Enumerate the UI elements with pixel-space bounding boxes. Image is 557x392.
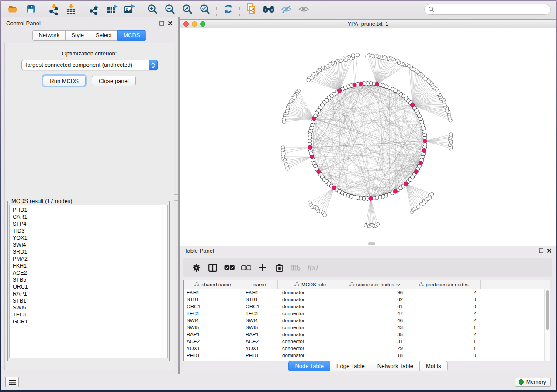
table-row[interactable]: FKH1FKH1dominator962 xyxy=(184,289,550,296)
task-history-button[interactable] xyxy=(5,377,19,387)
network-canvas[interactable] xyxy=(180,28,556,246)
result-node[interactable]: SRD1 xyxy=(13,248,167,255)
table-cell: STB1 xyxy=(242,296,278,303)
table-row[interactable]: YOX1YOX1connector291 xyxy=(184,345,550,352)
table-row[interactable]: TEC1TEC1connector472 xyxy=(184,310,550,317)
result-node[interactable]: STB1 xyxy=(13,297,167,304)
column-header-shared-name[interactable]: shared name xyxy=(184,280,242,289)
table-cell xyxy=(481,352,550,359)
result-node[interactable]: YOX1 xyxy=(13,234,167,241)
export-table-icon[interactable] xyxy=(105,3,118,16)
table-row[interactable]: ORC1ORC1dominator610 xyxy=(184,303,550,310)
table-header-row[interactable]: shared namenameMCDS rolesuccessor nodesp… xyxy=(184,280,550,289)
result-node[interactable]: STB5 xyxy=(13,276,167,283)
run-mcds-button[interactable]: Run MCDS xyxy=(43,76,86,86)
tab-mcds[interactable]: MCDS xyxy=(117,30,146,41)
select-all-rows-icon[interactable] xyxy=(223,261,236,274)
optimization-criterion-label: Optimization criterion: xyxy=(5,50,174,57)
delete-column-icon[interactable] xyxy=(273,261,286,274)
mcds-result-list[interactable]: PHD1CAR1STP4TID3YOX1SWI4SRD1PMA2FKH1ACE2… xyxy=(9,205,168,358)
result-node[interactable]: CAR1 xyxy=(13,213,167,220)
result-node[interactable]: SWI4 xyxy=(13,241,167,248)
result-node[interactable]: GCR1 xyxy=(13,318,167,325)
show-all-icon[interactable] xyxy=(297,3,310,16)
result-node[interactable]: TEC1 xyxy=(13,311,167,318)
open-file-icon[interactable] xyxy=(7,3,20,16)
result-node[interactable]: STP4 xyxy=(13,220,167,227)
table-row[interactable]: SWI4SWI4dominator462 xyxy=(184,317,550,324)
import-table-icon[interactable] xyxy=(65,3,78,16)
tab-network-table[interactable]: Network Table xyxy=(371,361,420,371)
control-panel: Control Panel NetworkStyleSelectMCDS Opt… xyxy=(1,17,178,374)
table-cell: 2 xyxy=(407,310,481,317)
export-image-icon[interactable] xyxy=(123,3,136,16)
search-box[interactable] xyxy=(424,4,551,15)
zoom-selected-icon[interactable] xyxy=(198,3,211,16)
zoom-in-icon[interactable] xyxy=(146,3,159,16)
tab-select[interactable]: Select xyxy=(90,30,118,41)
tab-style[interactable]: Style xyxy=(65,30,90,41)
table-cell: dominator xyxy=(278,331,343,338)
result-node[interactable]: SWI5 xyxy=(13,304,167,311)
column-header-predecessor-nodes[interactable]: predecessor nodes xyxy=(407,280,481,289)
float-panel-icon[interactable] xyxy=(539,248,543,253)
table-cell: 1 xyxy=(407,338,481,345)
copy-network-icon[interactable] xyxy=(245,3,258,16)
zoom-out-icon[interactable] xyxy=(163,3,176,16)
column-header-empty[interactable] xyxy=(481,280,550,289)
result-node[interactable]: FKH1 xyxy=(13,262,167,269)
close-panel-button[interactable]: Close panel xyxy=(92,76,136,86)
column-header-successor-nodes[interactable]: successor nodes xyxy=(343,280,407,289)
table-cell: ACE2 xyxy=(242,338,278,345)
result-node[interactable]: PHD1 xyxy=(13,206,167,213)
split-panel-icon[interactable] xyxy=(206,261,219,274)
toolbar-separator xyxy=(239,3,240,16)
network-hscroll-thumb[interactable] xyxy=(368,242,375,245)
column-header-MCDS-role[interactable]: MCDS role xyxy=(278,280,343,289)
refresh-icon[interactable] xyxy=(221,3,235,16)
tab-node-table[interactable]: Node Table xyxy=(288,361,330,371)
save-icon[interactable] xyxy=(24,3,37,16)
zoom-fit-icon[interactable] xyxy=(181,3,194,16)
export-network-icon[interactable] xyxy=(88,3,101,16)
network-titlebar[interactable]: YPA_prune.txt_1 xyxy=(180,20,556,28)
result-node[interactable]: TID3 xyxy=(13,227,167,234)
tab-network[interactable]: Network xyxy=(32,30,66,41)
node-table[interactable]: shared namenameMCDS rolesuccessor nodesp… xyxy=(183,280,550,361)
table-row[interactable]: SWI5SWI5connector431 xyxy=(184,324,550,331)
float-panel-icon[interactable] xyxy=(159,21,164,26)
add-column-icon[interactable] xyxy=(256,261,269,274)
column-header-name[interactable]: name xyxy=(242,280,278,289)
function-builder-icon[interactable]: f(x) xyxy=(308,263,318,272)
table-body[interactable]: FKH1FKH1dominator962STB1STB1dominator620… xyxy=(184,289,550,359)
hide-selected-icon[interactable] xyxy=(280,3,293,16)
network-graph[interactable] xyxy=(180,28,556,245)
table-panel-title: Table Panel xyxy=(184,248,214,254)
criterion-select[interactable]: largest connected component (undirected) xyxy=(21,60,158,70)
table-row[interactable]: RAP1RAP1dominator352 xyxy=(184,331,550,338)
settings-gear-icon[interactable] xyxy=(190,261,203,274)
first-neighbors-icon[interactable] xyxy=(262,3,275,16)
result-node[interactable]: ORC1 xyxy=(13,283,167,290)
table-row[interactable]: STB1STB1dominator620 xyxy=(184,296,550,303)
table-scrollbar-thumb[interactable] xyxy=(546,290,549,330)
close-panel-icon[interactable] xyxy=(168,21,173,26)
table-row[interactable]: PHD1PHD1dominator180 xyxy=(184,352,550,359)
result-scrollbar[interactable] xyxy=(161,206,167,358)
memory-button[interactable]: Memory xyxy=(515,378,551,387)
deselect-all-rows-icon[interactable] xyxy=(239,261,253,274)
tab-edge-table[interactable]: Edge Table xyxy=(330,361,371,371)
close-panel-icon[interactable] xyxy=(547,248,552,253)
table-cell xyxy=(481,345,550,352)
result-node[interactable]: ACE2 xyxy=(13,269,167,276)
import-network-icon[interactable] xyxy=(47,3,60,16)
table-row[interactable]: ACE2ACE2connector311 xyxy=(184,338,550,345)
table-cell xyxy=(481,310,550,317)
tab-motifs[interactable]: Motifs xyxy=(419,361,448,371)
search-input[interactable] xyxy=(437,7,550,13)
divider-grip[interactable] xyxy=(174,194,178,201)
table-scrollbar[interactable] xyxy=(544,289,550,361)
result-node[interactable]: PMA2 xyxy=(13,255,167,262)
delete-table-icon[interactable] xyxy=(289,261,302,274)
result-node[interactable]: RAP1 xyxy=(13,290,167,297)
